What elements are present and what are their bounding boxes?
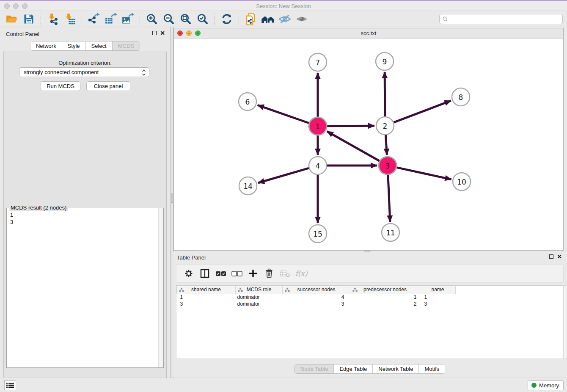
mcds-result-title: MCDS result (2 nodes) (9, 204, 68, 211)
add-column-icon[interactable] (247, 267, 259, 280)
edge-2-9[interactable] (385, 72, 385, 116)
home-neighbors-icon[interactable] (261, 12, 275, 26)
cell-mcds-role[interactable]: dominator (236, 301, 283, 307)
column-type-icon (179, 287, 184, 293)
zoom-out-icon[interactable] (162, 12, 176, 26)
graph-node-label: 9 (383, 58, 387, 66)
graph-node-label: 14 (243, 182, 253, 190)
deselect-all-rows-icon[interactable] (231, 267, 243, 280)
network-window-titlebar[interactable]: × – + scc.txt (174, 28, 563, 39)
dropdown-chevrons-icon (141, 69, 146, 77)
cell-shared-name[interactable]: 1 (177, 294, 236, 301)
column-header-mcds-role[interactable]: MCDS role (236, 286, 283, 294)
toolbar-separator (82, 13, 82, 25)
search-input[interactable] (450, 16, 562, 22)
cell-mcds-role[interactable]: dominator (236, 294, 283, 301)
cell-name[interactable]: 3 (420, 301, 456, 307)
table-row[interactable]: 3 dominator 3 2 3 (177, 301, 564, 307)
cell-shared-name[interactable]: 3 (177, 301, 236, 307)
memory-label: Memory (539, 382, 559, 389)
zoom-in-icon[interactable] (145, 12, 159, 26)
optimization-criterion-label: Optimization criterion: (4, 60, 166, 66)
tab-node-table[interactable]: Node Table (295, 364, 334, 373)
memory-button[interactable]: Memory (528, 380, 564, 390)
column-header-shared-name[interactable]: shared name (177, 286, 236, 294)
export-table-icon[interactable] (104, 12, 118, 26)
hide-selected-eye-icon[interactable] (278, 12, 292, 26)
main-toolbar (0, 11, 567, 27)
graph-node-label: 2 (383, 122, 388, 130)
edge-1-6[interactable] (258, 105, 309, 123)
graph-node-label: 15 (313, 230, 322, 238)
table-panel-close-icon[interactable]: ✕ (557, 254, 562, 259)
cell-name[interactable]: 1 (420, 294, 456, 301)
tab-select[interactable]: Select (86, 41, 113, 50)
column-type-icon (285, 287, 290, 293)
criterion-dropdown[interactable]: strongly connected component (19, 67, 149, 77)
task-history-button[interactable] (4, 380, 16, 390)
search-field[interactable] (439, 14, 563, 24)
graph-node-label: 4 (316, 162, 320, 170)
close-panel-button[interactable]: Close panel (86, 81, 130, 91)
splitter-handle[interactable] (171, 193, 173, 203)
show-all-eye-icon[interactable] (295, 12, 309, 26)
tab-network[interactable]: Network (30, 41, 62, 50)
export-image-icon[interactable] (121, 12, 135, 26)
delete-table-icon[interactable] (279, 267, 292, 280)
table-panel-title: Table Panel (177, 254, 206, 261)
mcds-pane: Optimization criterion: strongly connect… (3, 51, 167, 392)
result-line: 3 (10, 218, 13, 226)
desktop-accent-strip (0, 0, 567, 1)
column-header-name[interactable]: name (420, 286, 456, 294)
open-file-icon[interactable] (5, 12, 19, 26)
mcds-result-box[interactable]: MCDS result (2 nodes) 1 3 (6, 208, 164, 368)
apply-function-icon[interactable]: f(x) (295, 267, 308, 280)
graph-node-label: 11 (386, 229, 395, 237)
column-visibility-icon[interactable] (198, 267, 211, 280)
table-settings-gear-icon[interactable] (182, 267, 195, 280)
run-mcds-button[interactable]: Run MCDS (41, 81, 80, 91)
import-network-icon[interactable] (46, 12, 60, 26)
refresh-layout-icon[interactable] (220, 12, 234, 26)
table-row[interactable]: 1 dominator 4 1 1 (177, 294, 564, 301)
tab-style[interactable]: Style (62, 41, 86, 50)
export-network-icon[interactable] (87, 12, 101, 26)
control-panel-close-icon[interactable]: ✕ (160, 31, 165, 35)
edge-2-8[interactable] (394, 101, 451, 122)
table-panel-float-icon[interactable] (549, 254, 553, 259)
save-session-icon[interactable] (22, 12, 36, 26)
toolbar-separator (239, 13, 239, 25)
tab-edge-table[interactable]: Edge Table (334, 364, 373, 373)
tab-mcds[interactable]: MCDS (113, 41, 140, 50)
edge-2-3[interactable] (385, 135, 387, 155)
graph-node-label: 8 (459, 93, 463, 102)
result-scrollbar[interactable] (158, 208, 163, 367)
cell-successor-nodes[interactable]: 3 (283, 301, 350, 307)
tab-motifs[interactable]: Motifs (419, 364, 445, 373)
select-all-rows-icon[interactable] (215, 267, 227, 280)
delete-column-trash-icon[interactable] (263, 267, 275, 280)
edge-3-10[interactable] (396, 168, 451, 179)
cell-successor-nodes[interactable]: 4 (283, 294, 350, 301)
network-view-window: × – + scc.txt 1234678910111415 (173, 28, 564, 251)
edge-4-14[interactable] (258, 168, 309, 183)
edge-1-2[interactable] (327, 126, 374, 126)
zoom-selected-icon[interactable] (195, 12, 210, 26)
tab-network-table[interactable]: Network Table (373, 364, 419, 373)
cell-predecessor-nodes[interactable]: 1 (350, 294, 420, 301)
zoom-fit-icon[interactable] (179, 12, 193, 26)
column-header-predecessor-nodes[interactable]: predecessor nodes (350, 286, 420, 294)
edge-3-1[interactable] (327, 131, 380, 161)
control-panel-float-icon[interactable] (152, 31, 157, 35)
edge-3-11[interactable] (388, 175, 390, 222)
graph-node-label: 3 (385, 162, 390, 170)
status-bar: Memory (0, 378, 567, 392)
column-header-successor-nodes[interactable]: successor nodes (283, 286, 350, 294)
table-scrollbar[interactable] (563, 285, 567, 359)
node-table: shared name MCDS role successor nodes pr… (176, 285, 564, 359)
clone-network-icon[interactable] (244, 12, 258, 26)
network-canvas[interactable]: 1234678910111415 (174, 39, 563, 250)
table-panel: Table Panel ✕ f(x) (173, 252, 567, 377)
import-table-icon[interactable] (63, 12, 77, 26)
cell-predecessor-nodes[interactable]: 2 (350, 301, 420, 307)
